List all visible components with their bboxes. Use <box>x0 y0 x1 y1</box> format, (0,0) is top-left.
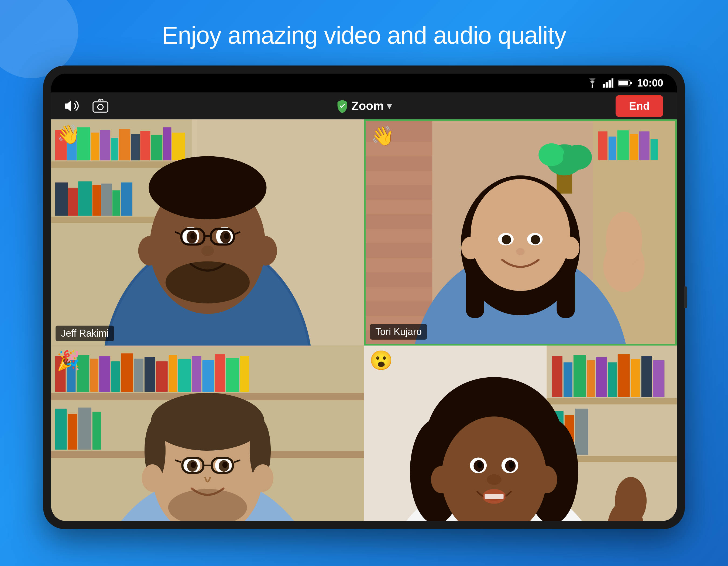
app-name: Zoom <box>352 99 384 113</box>
svg-rect-163 <box>485 494 503 499</box>
tablet-device: 10:00 <box>43 66 685 529</box>
svg-rect-106 <box>226 358 239 392</box>
svg-point-84 <box>461 237 480 260</box>
svg-point-71 <box>538 143 564 166</box>
svg-point-130 <box>142 464 163 492</box>
svg-rect-68 <box>651 139 658 160</box>
svg-rect-143 <box>641 356 652 397</box>
svg-point-49 <box>201 246 214 256</box>
svg-rect-26 <box>55 183 68 216</box>
svg-rect-138 <box>587 360 595 397</box>
nabil-video-frame <box>51 345 364 521</box>
svg-point-43 <box>224 233 229 239</box>
svg-rect-28 <box>78 181 92 216</box>
svg-rect-16 <box>91 133 99 160</box>
svg-point-122 <box>191 462 196 468</box>
svg-rect-20 <box>131 134 140 161</box>
svg-rect-58 <box>366 229 432 244</box>
svg-rect-141 <box>618 354 630 397</box>
signal-icon <box>603 78 613 88</box>
svg-rect-94 <box>90 358 98 392</box>
svg-rect-139 <box>596 357 607 397</box>
svg-point-9 <box>98 104 103 110</box>
camera-flip-button[interactable] <box>92 98 109 114</box>
svg-rect-142 <box>631 359 640 397</box>
svg-rect-8 <box>93 102 108 112</box>
wifi-icon <box>586 78 598 88</box>
svg-rect-134 <box>547 398 677 404</box>
dropdown-chevron-icon: ▾ <box>387 101 392 111</box>
svg-rect-6 <box>618 81 628 85</box>
svg-point-159 <box>477 462 483 468</box>
svg-point-161 <box>487 474 502 485</box>
speaker-button[interactable] <box>65 99 81 114</box>
battery-icon <box>618 79 632 87</box>
svg-rect-2 <box>606 82 608 88</box>
svg-point-165 <box>536 466 557 493</box>
svg-rect-102 <box>178 359 191 392</box>
svg-rect-21 <box>140 131 150 160</box>
svg-rect-97 <box>121 353 133 392</box>
svg-rect-107 <box>240 356 249 392</box>
svg-rect-144 <box>653 360 665 397</box>
top-bar-center: Zoom ▾ <box>336 99 392 113</box>
svg-point-52 <box>254 236 277 266</box>
svg-rect-57 <box>366 200 432 214</box>
svg-rect-1 <box>603 84 605 88</box>
svg-point-81 <box>502 235 511 245</box>
svg-point-123 <box>222 462 228 468</box>
svg-rect-135 <box>552 356 562 397</box>
speaker-icon <box>65 99 81 114</box>
end-button[interactable]: End <box>616 95 663 117</box>
svg-rect-103 <box>192 356 201 392</box>
svg-rect-4 <box>612 78 613 88</box>
svg-rect-32 <box>121 183 132 216</box>
svg-rect-3 <box>609 80 611 88</box>
karen-video-frame <box>364 345 677 521</box>
security-shield-icon <box>336 99 348 113</box>
svg-rect-31 <box>112 190 120 216</box>
svg-rect-140 <box>608 362 617 397</box>
svg-rect-56 <box>366 171 432 186</box>
svg-point-50 <box>166 262 250 303</box>
svg-point-83 <box>516 248 525 255</box>
svg-rect-19 <box>119 129 130 160</box>
svg-rect-98 <box>134 358 143 392</box>
svg-rect-27 <box>68 188 78 216</box>
svg-rect-96 <box>111 361 120 392</box>
svg-rect-109 <box>55 409 67 449</box>
svg-rect-17 <box>100 130 110 160</box>
jeff-name: Jeff Rakimi <box>56 325 114 341</box>
svg-rect-136 <box>564 362 572 397</box>
status-icons: 10:00 <box>586 77 663 89</box>
svg-rect-7 <box>630 82 632 84</box>
karen-bg <box>364 345 677 521</box>
svg-rect-66 <box>630 134 638 160</box>
svg-rect-23 <box>163 127 171 160</box>
page-title: Enjoy amazing video and audio quality <box>162 22 566 49</box>
svg-rect-95 <box>99 356 110 392</box>
svg-rect-30 <box>101 184 112 216</box>
svg-rect-112 <box>92 411 101 449</box>
top-bar-left <box>65 98 109 114</box>
tablet-side-button <box>684 286 687 308</box>
time-display: 10:00 <box>637 77 663 89</box>
svg-rect-99 <box>145 357 155 392</box>
svg-rect-67 <box>639 131 649 160</box>
svg-rect-59 <box>366 258 432 273</box>
video-cell-karen: 😮 Karen Anderson <box>364 345 677 521</box>
top-bar-right: End <box>616 95 663 117</box>
svg-rect-105 <box>215 354 225 392</box>
nabil-reaction: 🎉 <box>57 351 80 370</box>
svg-rect-24 <box>172 133 185 160</box>
svg-rect-18 <box>111 138 118 160</box>
svg-rect-65 <box>617 131 629 160</box>
svg-point-72 <box>563 145 592 170</box>
video-cell-nabil: 🎉 Nabil Rashid <box>51 345 364 521</box>
svg-point-37 <box>149 156 267 220</box>
svg-rect-63 <box>598 131 607 160</box>
tori-name: Tori Kujaro <box>370 324 427 339</box>
svg-point-85 <box>561 237 579 260</box>
svg-point-82 <box>531 235 540 245</box>
svg-point-160 <box>509 462 514 468</box>
